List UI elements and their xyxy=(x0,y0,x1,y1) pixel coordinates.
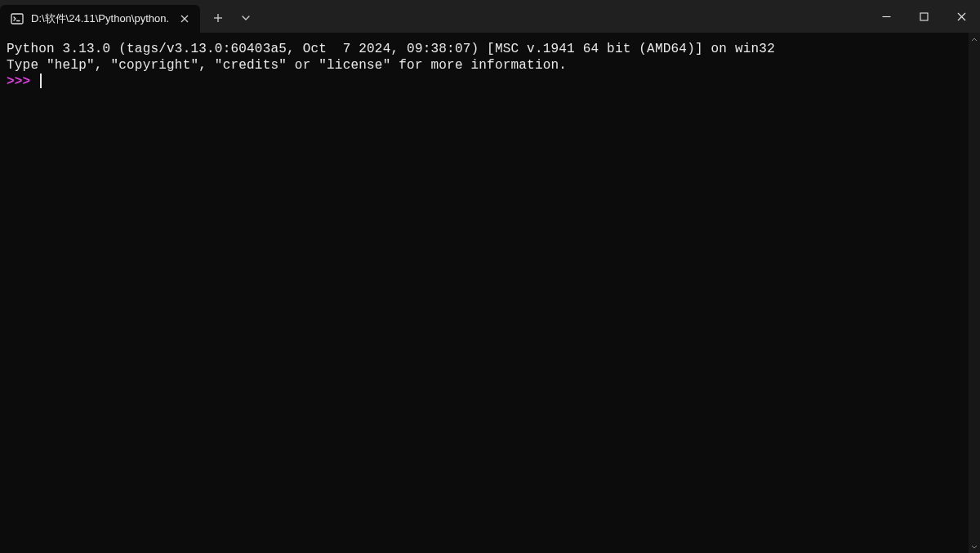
close-window-button[interactable] xyxy=(942,0,980,33)
window-controls xyxy=(867,0,980,33)
terminal-output[interactable]: Python 3.13.0 (tags/v3.13.0:60403a5, Oct… xyxy=(0,33,980,98)
vertical-scrollbar[interactable] xyxy=(969,33,980,553)
svg-rect-0 xyxy=(11,14,23,24)
tab-close-button[interactable] xyxy=(177,11,192,26)
text-cursor xyxy=(40,74,42,88)
python-version-line: Python 3.13.0 (tags/v3.13.0:60403a5, Oct… xyxy=(7,42,775,56)
tab-controls xyxy=(205,0,259,33)
titlebar-drag-area[interactable] xyxy=(259,0,867,33)
tab-title: D:\软件\24.11\Python\python. xyxy=(31,11,171,26)
new-tab-button[interactable] xyxy=(205,5,231,31)
scroll-down-arrow-icon[interactable] xyxy=(969,540,980,553)
python-help-line: Type "help", "copyright", "credits" or "… xyxy=(7,58,567,73)
scroll-up-arrow-icon[interactable] xyxy=(969,33,980,46)
repl-prompt: >>> xyxy=(7,74,30,89)
tab-dropdown-button[interactable] xyxy=(233,5,259,31)
minimize-button[interactable] xyxy=(867,0,905,33)
svg-rect-7 xyxy=(920,13,928,20)
maximize-button[interactable] xyxy=(905,0,942,33)
titlebar: D:\软件\24.11\Python\python. xyxy=(0,0,980,33)
active-tab[interactable]: D:\软件\24.11\Python\python. xyxy=(0,5,200,33)
terminal-icon xyxy=(10,11,24,26)
